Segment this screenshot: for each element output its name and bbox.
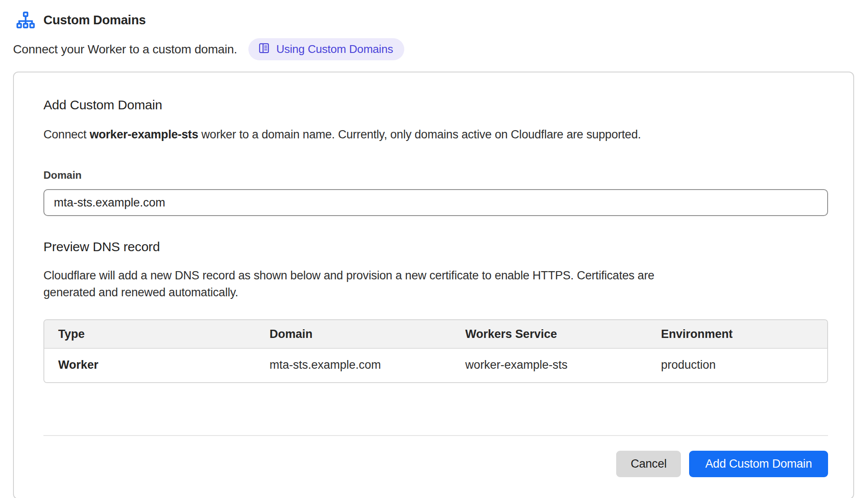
add-custom-domain-button[interactable]: Add Custom Domain — [689, 451, 828, 477]
intro-prefix: Connect — [43, 128, 89, 141]
domain-input[interactable] — [43, 189, 828, 216]
open-book-icon — [258, 42, 270, 56]
docs-link-label: Using Custom Domains — [276, 43, 393, 56]
cell-domain: mta-sts.example.com — [256, 349, 452, 382]
table-row: Worker mta-sts.example.com worker-exampl… — [44, 349, 827, 382]
custom-domains-page: Custom Domains Connect your Worker to a … — [0, 0, 868, 498]
domain-label: Domain — [43, 169, 828, 181]
dialog-title: Add Custom Domain — [43, 98, 828, 112]
page-subtitle: Connect your Worker to a custom domain. — [13, 43, 237, 56]
page-header: Custom Domains — [13, 11, 855, 29]
column-header-workers-service: Workers Service — [452, 320, 647, 349]
column-header-type: Type — [44, 320, 256, 349]
footer-divider — [43, 435, 828, 436]
page-title: Custom Domains — [43, 13, 146, 27]
preview-dns-title: Preview DNS record — [43, 239, 828, 254]
sitemap-icon — [17, 11, 35, 29]
column-header-domain: Domain — [256, 320, 452, 349]
preview-dns-description: Cloudflare will add a new DNS record as … — [43, 267, 684, 301]
page-subheader: Connect your Worker to a custom domain. … — [13, 38, 855, 60]
cell-environment: production — [647, 349, 827, 382]
cancel-button[interactable]: Cancel — [616, 451, 681, 477]
dialog-intro: Connect worker-example-sts worker to a d… — [43, 128, 828, 141]
table-header-row: Type Domain Workers Service Environment — [44, 320, 827, 349]
column-header-environment: Environment — [647, 320, 827, 349]
add-custom-domain-panel: Add Custom Domain Connect worker-example… — [13, 72, 854, 498]
cell-workers-service: worker-example-sts — [452, 349, 647, 382]
dialog-actions: Cancel Add Custom Domain — [43, 451, 828, 477]
docs-link-badge[interactable]: Using Custom Domains — [248, 38, 404, 60]
worker-name: worker-example-sts — [89, 128, 198, 141]
intro-suffix: worker to a domain name. Currently, only… — [198, 128, 641, 141]
dns-preview-table: Type Domain Workers Service Environment … — [43, 319, 828, 383]
cell-type: Worker — [44, 349, 256, 382]
